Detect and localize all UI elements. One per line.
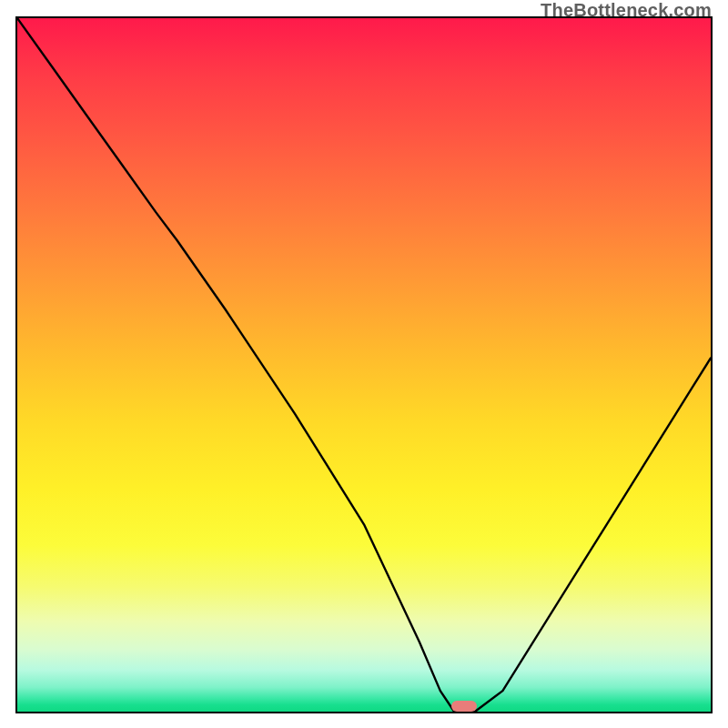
chart-frame: TheBottleneck.com xyxy=(0,0,728,728)
plot-area xyxy=(15,16,713,713)
bottleneck-curve xyxy=(17,18,711,712)
optimal-point-marker xyxy=(451,701,477,712)
